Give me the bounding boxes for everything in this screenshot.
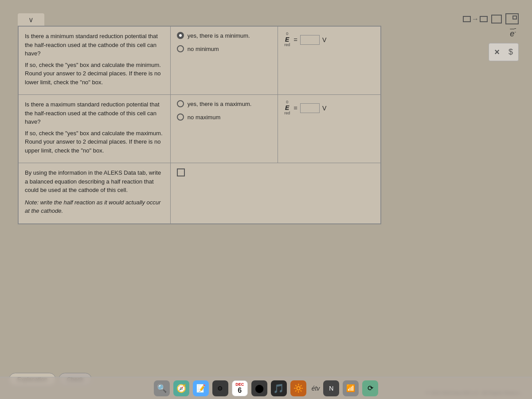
arrow-right-icon[interactable]: → [463,15,488,23]
value-input-minimum[interactable] [300,35,320,45]
right-panel: → e- × $ [466,13,519,61]
medium-box-icon[interactable] [491,15,502,23]
icon-row-top: → [463,13,519,24]
question-maximum-part1: Is there a maximum standard reduction po… [25,100,164,126]
e-red-formula-minimum: 0 E red [284,32,290,47]
radio-no-maximum[interactable]: no maximum [177,113,271,121]
taskbar-day: 6 [238,387,242,395]
answer-cell-minimum: yes, there is a minimum. no minimum [170,26,278,95]
equals-min: = [293,36,297,43]
radio-no-minimum-circle[interactable] [177,45,184,52]
e-red-formula-max: 0 E red [284,100,290,116]
radio-yes-maximum-label: yes, there is a maximum. [188,101,252,107]
radio-yes-minimum[interactable]: yes, there is a minimum. [177,32,271,39]
answer-cell-halfreaction[interactable] [170,163,381,224]
question-halfreaction-note: Note: write the half reaction as it woul… [25,198,164,215]
taskbar-icon-finder[interactable]: 🔍 [154,380,170,396]
taskbar-month: DEC [235,382,244,387]
v-unit-min: V [322,36,326,43]
formula-e-max: E [285,105,289,111]
taskbar-icon-app5[interactable]: N [323,380,339,396]
question-table: Is there a minimum standard reduction po… [18,26,381,224]
chevron-bar[interactable]: ∨ [18,13,44,26]
taskbar: 🔍 🧭 📝 ⚙ DEC 6 ⬤ 🎵 🔆 étv N 📶 ⟳ [0,377,532,399]
chevron-down-icon: ∨ [28,16,34,24]
question-cell-maximum: Is there a maximum standard reduction po… [18,95,170,163]
equals-max: = [293,104,297,112]
radio-no-maximum-circle[interactable] [177,113,184,121]
formula-minimum: 0 E red = V [284,32,374,47]
value-cell-minimum: 0 E red = V [278,26,381,95]
taskbar-tv-label: étv [312,385,320,392]
formula-maximum: 0 E red = V [284,100,374,116]
taskbar-icon-bars[interactable]: 📶 [343,380,359,396]
formula-e-min: E [285,36,289,43]
dollar-button[interactable]: $ [509,47,513,57]
action-buttons-panel: × $ [489,43,519,61]
taskbar-icon-notes[interactable]: 📝 [193,380,209,396]
question-maximum-part2: If so, check the "yes" box and calculate… [25,129,164,155]
value-cell-maximum: 0 E red = V [278,95,381,163]
large-box-icon[interactable] [505,13,519,24]
question-minimum-part1: Is there a minimum standard reduction po… [25,32,164,58]
row-minimum: Is there a minimum standard reduction po… [18,26,381,95]
question-cell-halfreaction: By using the information in the ALEKS Da… [18,163,170,224]
radio-no-minimum-label: no minimum [188,46,219,52]
v-unit-max: V [322,105,326,112]
taskbar-icon-app3[interactable]: 🎵 [271,380,287,396]
radio-yes-maximum-circle[interactable] [177,100,184,107]
radio-yes-maximum[interactable]: yes, there is a maximum. [177,100,271,107]
taskbar-icon-app2[interactable]: ⬤ [251,380,267,396]
radio-no-maximum-label: no maximum [188,114,220,121]
radio-yes-minimum-label: yes, there is a minimum. [188,32,250,39]
taskbar-icon-safari[interactable]: 🧭 [173,380,189,396]
row-maximum: Is there a maximum standard reduction po… [18,95,381,163]
question-minimum-part2: If so, check the "yes" box and calculate… [25,61,164,87]
value-input-maximum[interactable] [300,103,320,113]
taskbar-icon-app4[interactable]: 🔆 [290,380,306,396]
formula-subscript-min: red [284,43,290,47]
question-cell-minimum: Is there a minimum standard reduction po… [18,26,170,95]
taskbar-icon-app1[interactable]: ⚙ [212,380,228,396]
halfreaction-checkbox[interactable] [177,168,185,176]
question-halfreaction-part1: By using the information in the ALEKS Da… [25,168,164,195]
taskbar-calendar[interactable]: DEC 6 [232,380,248,396]
radio-yes-minimum-circle[interactable] [177,32,184,39]
electron-symbol: e- [510,29,516,39]
x-button[interactable]: × [494,47,500,57]
row-half-reaction: By using the information in the ALEKS Da… [18,163,381,224]
radio-no-minimum[interactable]: no minimum [177,45,271,52]
formula-subscript-max: red [284,111,290,116]
answer-cell-maximum: yes, there is a maximum. no maximum [170,95,278,163]
taskbar-icon-app6[interactable]: ⟳ [362,380,378,396]
